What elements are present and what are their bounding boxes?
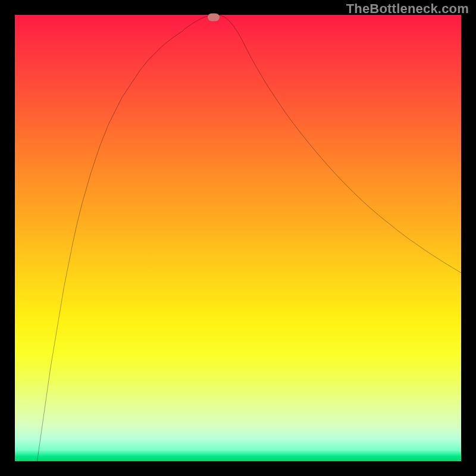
- optimal-point-marker: [208, 13, 220, 21]
- bottleneck-curve: [15, 15, 461, 461]
- chart-frame: TheBottleneck.com: [0, 0, 476, 476]
- watermark-text: TheBottleneck.com: [346, 1, 469, 17]
- plot-area: [15, 15, 461, 461]
- curve-line: [37, 15, 462, 461]
